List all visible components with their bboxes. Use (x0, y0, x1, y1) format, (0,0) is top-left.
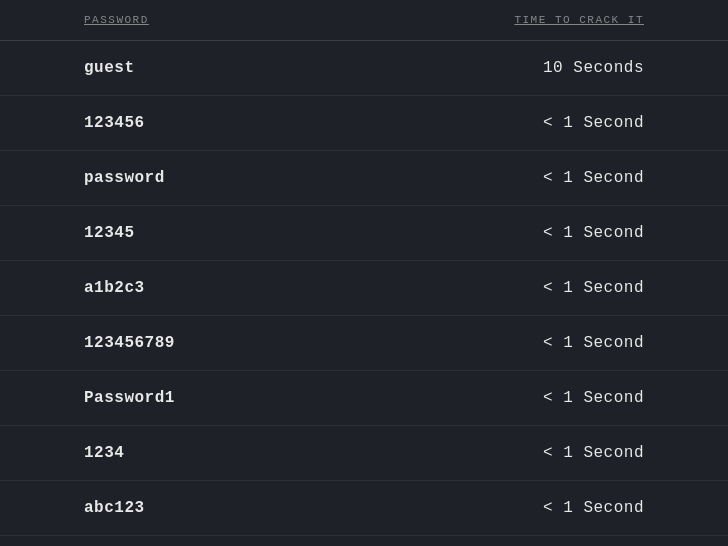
password-cell: 1234 (84, 444, 124, 462)
table-row: 12345< 1 Second (0, 206, 728, 261)
password-cell: 123456 (84, 114, 145, 132)
password-cell: password (84, 169, 165, 187)
time-cell: < 1 Second (543, 444, 644, 462)
table-row: password< 1 Second (0, 151, 728, 206)
password-cell: 12345 (84, 224, 135, 242)
password-cell: abc123 (84, 499, 145, 517)
table-row: 123456< 1 Second (0, 96, 728, 151)
time-cell: < 1 Second (543, 389, 644, 407)
time-cell: < 1 Second (543, 169, 644, 187)
table-row: 123456789< 1 Second (0, 316, 728, 371)
table-row: 12345678< 1 Second (0, 536, 728, 546)
time-cell: < 1 Second (543, 499, 644, 517)
password-cell: a1b2c3 (84, 279, 145, 297)
table-header: PASSWORD TIME TO CRACK IT (0, 0, 728, 41)
table-body: guest10 Seconds123456< 1 Secondpassword<… (0, 41, 728, 546)
time-column-header: TIME TO CRACK IT (514, 14, 644, 26)
password-table: PASSWORD TIME TO CRACK IT guest10 Second… (0, 0, 728, 546)
password-cell: Password1 (84, 389, 175, 407)
time-cell: < 1 Second (543, 334, 644, 352)
table-row: a1b2c3< 1 Second (0, 261, 728, 316)
table-row: 1234< 1 Second (0, 426, 728, 481)
table-row: Password1< 1 Second (0, 371, 728, 426)
password-cell: guest (84, 59, 135, 77)
password-cell: 123456789 (84, 334, 175, 352)
time-cell: < 1 Second (543, 114, 644, 132)
table-row: guest10 Seconds (0, 41, 728, 96)
table-row: abc123< 1 Second (0, 481, 728, 536)
time-cell: < 1 Second (543, 279, 644, 297)
password-column-header: PASSWORD (84, 14, 149, 26)
time-cell: < 1 Second (543, 224, 644, 242)
time-cell: 10 Seconds (543, 59, 644, 77)
